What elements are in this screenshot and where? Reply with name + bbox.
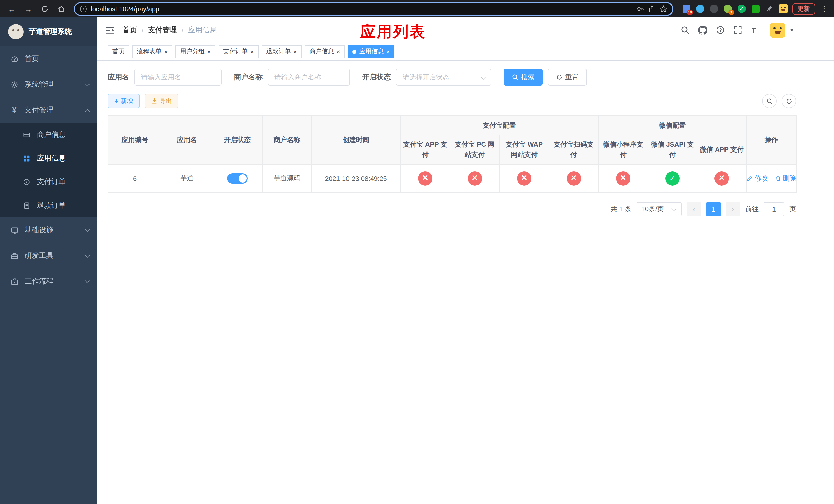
extension-icon-1[interactable]: 10 [682, 4, 691, 13]
refresh-table-button[interactable] [782, 94, 796, 108]
tab-pay-orders[interactable]: 支付订单 × [219, 45, 259, 58]
sidebar-item-workflow[interactable]: 工作流程 [0, 269, 97, 294]
close-icon[interactable]: × [164, 48, 168, 54]
extensions-pin-icon[interactable] [765, 4, 774, 13]
tab-process-form[interactable]: 流程表单 × [132, 45, 172, 58]
merchant-name-input[interactable] [268, 69, 350, 86]
col-header-status: 开启状态 [212, 116, 262, 164]
cell-created-time: 2021-10-23 08:49:25 [312, 164, 400, 192]
home-icon[interactable] [54, 2, 68, 15]
export-button[interactable]: 导出 [145, 94, 178, 108]
tab-refund-orders[interactable]: 退款订单 × [262, 45, 302, 58]
yen-icon: ¥ [10, 106, 19, 114]
payment-submenu: 商户信息 应用信息 支付订单 [0, 123, 97, 217]
font-size-icon[interactable]: TT [751, 26, 761, 34]
site-info-icon[interactable]: i [80, 5, 87, 12]
cell-merchant-name: 芋道源码 [262, 164, 312, 192]
monitor-icon [10, 226, 19, 234]
sidebar-item-app-info[interactable]: 应用信息 [0, 147, 97, 170]
profile-avatar[interactable] [778, 4, 788, 13]
app-name-input[interactable] [134, 69, 222, 86]
avatar-caret-icon[interactable] [790, 29, 794, 31]
goto-label: 前往 [745, 205, 759, 214]
next-page-button[interactable]: › [726, 202, 740, 216]
extension-badge: 1 [728, 10, 734, 15]
extension-icon-2[interactable] [696, 4, 705, 13]
svg-text:T: T [758, 29, 760, 33]
col-header-alipay-qr: 支付宝扫码支付 [549, 135, 598, 164]
delete-link[interactable]: 删除 [775, 174, 796, 183]
back-icon[interactable]: ← [5, 2, 19, 15]
forward-icon[interactable]: → [22, 2, 35, 15]
top-navbar: 首页 / 支付管理 / 应用信息 ? [97, 18, 834, 43]
wechat-mini-status-icon [616, 171, 630, 186]
sidebar-item-pay-orders[interactable]: 支付订单 [0, 170, 97, 194]
goto-page-input[interactable] [764, 202, 784, 216]
sidebar-menu: 首页 系统管理 ¥ 支付管理 [0, 46, 97, 294]
enabled-toggle[interactable] [227, 173, 247, 184]
page-number-1[interactable]: 1 [706, 202, 721, 216]
breadcrumb: 首页 / 支付管理 / 应用信息 [123, 25, 217, 35]
sidebar-toggle-icon[interactable] [105, 26, 114, 34]
col-header-alipay-app: 支付宝 APP 支付 [400, 135, 450, 164]
sidebar-item-system[interactable]: 系统管理 [0, 72, 97, 97]
cell-app-name: 芋道 [162, 164, 212, 192]
edit-link[interactable]: 修改 [747, 174, 768, 183]
chevron-down-icon [85, 227, 90, 232]
search-button[interactable]: 搜索 [504, 69, 543, 86]
tab-merchant-info[interactable]: 商户信息 × [305, 45, 345, 58]
app-logo[interactable]: 芋道管理系统 [0, 18, 97, 46]
github-icon[interactable] [698, 25, 707, 35]
breadcrumb-separator: / [181, 26, 184, 34]
briefcase-icon [10, 278, 19, 285]
sidebar-item-payment[interactable]: ¥ 支付管理 [0, 97, 97, 123]
chevron-down-icon [481, 75, 486, 80]
filter-form: 应用名 商户名称 开启状态 请选择开启状态 搜索 重置 [108, 69, 796, 86]
close-icon[interactable]: × [336, 48, 340, 54]
reset-button[interactable]: 重置 [548, 69, 587, 86]
sidebar-item-dev-tools[interactable]: 研发工具 [0, 243, 97, 269]
add-button[interactable]: + 新增 [108, 94, 139, 108]
col-header-actions: 操作 [747, 116, 796, 164]
sidebar-item-infrastructure[interactable]: 基础设施 [0, 217, 97, 243]
col-header-created: 创建时间 [312, 116, 400, 164]
sidebar-item-home[interactable]: 首页 [0, 46, 97, 72]
plus-icon: + [114, 97, 118, 105]
toggle-search-button[interactable] [762, 94, 776, 108]
status-select[interactable]: 请选择开启状态 [396, 69, 491, 86]
extension-icon-4[interactable]: 1 [723, 4, 732, 13]
sidebar-item-refund-orders[interactable]: 退款订单 [0, 194, 97, 217]
share-icon[interactable] [648, 5, 656, 13]
tab-app-info[interactable]: 应用信息 × [348, 45, 394, 58]
browser-update-button[interactable]: 更新 [792, 3, 815, 15]
address-bar[interactable]: i localhost:1024/pay/app [74, 2, 674, 16]
help-icon[interactable]: ? [716, 26, 725, 35]
breadcrumb-home[interactable]: 首页 [123, 25, 137, 35]
bookmark-star-icon[interactable] [660, 5, 667, 13]
col-header-name: 应用名 [162, 116, 212, 164]
sidebar: 芋道管理系统 首页 系统管理 ¥ 支付管 [0, 18, 97, 504]
tab-home[interactable]: 首页 [108, 45, 129, 58]
extension-icon-6[interactable] [751, 4, 760, 13]
prev-page-button[interactable]: ‹ [687, 202, 701, 216]
close-icon[interactable]: × [207, 48, 211, 54]
page-size-select[interactable]: 10条/页 [637, 202, 682, 216]
reload-icon[interactable] [38, 2, 51, 15]
extension-icon-3[interactable] [709, 4, 719, 13]
tab-user-group[interactable]: 用户分组 × [175, 45, 215, 58]
sidebar-item-merchant-info[interactable]: 商户信息 [0, 123, 97, 147]
total-count: 共 1 条 [611, 205, 631, 214]
col-header-alipay-pc: 支付宝 PC 网站支付 [450, 135, 499, 164]
user-avatar[interactable] [770, 22, 785, 38]
password-key-icon[interactable] [637, 5, 644, 13]
search-icon[interactable] [681, 26, 689, 35]
browser-menu-icon[interactable]: ⋮ [820, 5, 829, 13]
table-row: 6 芋道 芋道源码 2021-10-23 08:49:25 [108, 164, 796, 192]
close-icon[interactable]: × [250, 48, 254, 54]
app-name-label: 应用名 [108, 72, 129, 82]
extension-icon-5[interactable]: ✓ [737, 4, 746, 13]
fullscreen-icon[interactable] [733, 26, 742, 35]
breadcrumb-payment[interactable]: 支付管理 [148, 25, 177, 35]
close-icon[interactable]: × [386, 48, 390, 54]
close-icon[interactable]: × [293, 48, 297, 54]
